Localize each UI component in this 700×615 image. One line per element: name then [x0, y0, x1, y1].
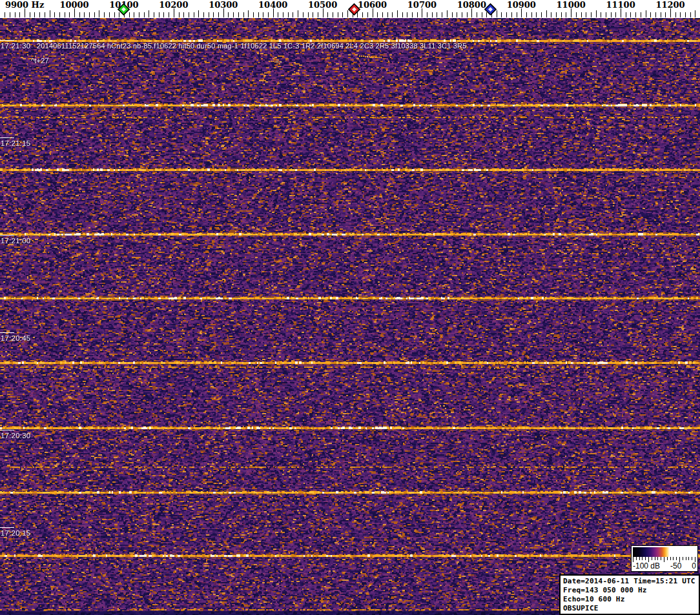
freq-tick	[422, 8, 422, 17]
freq-tick	[417, 12, 418, 17]
freq-tick	[263, 12, 263, 17]
freq-tick	[258, 12, 259, 17]
freq-tick	[606, 12, 606, 17]
scale-tick	[679, 557, 680, 562]
freq-tick	[387, 12, 388, 17]
freq-tick	[5, 12, 5, 17]
freq-tick	[506, 12, 507, 17]
freq-tick	[139, 12, 139, 17]
freq-tick	[432, 12, 433, 17]
freq-tick	[675, 12, 676, 17]
freq-tick	[50, 10, 50, 17]
freq-tick	[427, 12, 427, 17]
freq-tick	[382, 12, 383, 17]
scale-tick	[633, 557, 633, 562]
scale-tick	[670, 557, 671, 560]
freq-tick	[397, 10, 398, 17]
marker-green-diamond-icon[interactable]	[118, 3, 130, 15]
color-scale-gradient	[633, 547, 696, 557]
frequency-axis-ruler[interactable]: 9900 Hz100001010010200103001040010500106…	[0, 0, 700, 18]
freq-tick	[367, 12, 368, 17]
freq-tick	[65, 12, 65, 17]
freq-axis-label: 10600	[358, 0, 387, 10]
marker-blue-diamond-icon[interactable]	[484, 3, 497, 15]
freq-tick	[680, 12, 681, 17]
freq-tick	[218, 12, 219, 17]
freq-axis-label: 11200	[655, 0, 685, 10]
freq-tick	[670, 8, 671, 17]
freq-tick	[248, 10, 249, 17]
freq-tick	[546, 10, 547, 17]
freq-tick	[179, 12, 180, 17]
freq-tick	[442, 12, 442, 17]
scale-tick	[688, 557, 689, 560]
freq-tick	[338, 12, 338, 17]
freq-tick	[655, 12, 656, 17]
freq-tick	[437, 12, 437, 17]
time-axis-label: 17:21:15	[1, 139, 30, 147]
time-axis-label: 17:20:15	[1, 529, 30, 537]
freq-tick	[362, 12, 363, 17]
freq-tick	[531, 12, 532, 17]
freq-tick	[228, 12, 229, 17]
freq-tick	[521, 8, 522, 17]
freq-tick	[621, 8, 621, 17]
time-tick	[0, 40, 14, 41]
freq-tick	[114, 12, 115, 17]
time-tick	[0, 235, 14, 236]
freq-tick	[243, 12, 244, 17]
freq-tick	[685, 12, 686, 17]
freq-tick	[561, 12, 562, 17]
freq-tick	[635, 12, 636, 17]
scale-label-max: 0	[692, 561, 696, 570]
freq-tick	[646, 10, 646, 17]
freq-tick	[203, 12, 204, 17]
freq-tick	[223, 8, 224, 17]
freq-tick	[318, 12, 318, 17]
scale-tick	[642, 557, 643, 560]
freq-tick	[308, 12, 309, 17]
freq-tick	[25, 8, 25, 17]
freq-tick	[377, 12, 378, 17]
color-scale-ticks	[633, 557, 696, 563]
freq-tick	[233, 12, 234, 17]
freq-axis-label: 10400	[258, 0, 287, 10]
freq-tick	[462, 12, 462, 17]
freq-tick	[213, 12, 214, 17]
freq-tick	[447, 10, 448, 17]
freq-tick	[169, 12, 169, 17]
freq-tick	[650, 12, 651, 17]
freq-tick	[333, 12, 333, 17]
marker-red-diamond-icon[interactable]	[348, 3, 360, 15]
info-date-line: Date=2014-06-11 Time=15:21 UTC	[563, 577, 699, 586]
time-axis-label: 17:21:30	[1, 42, 30, 50]
freq-tick	[601, 12, 601, 17]
scale-tick	[664, 557, 664, 562]
freq-axis-label: 10500	[308, 0, 337, 10]
detection-annotation-t27: ^t+27	[31, 57, 49, 65]
freq-tick	[183, 12, 184, 17]
freq-tick	[511, 12, 512, 17]
scale-tick	[661, 557, 661, 560]
scale-tick	[657, 557, 658, 560]
freq-tick	[59, 12, 60, 17]
freq-tick	[517, 12, 517, 17]
station-info-box: Date=2014-06-11 Time=15:21 UTC Freq=143 …	[559, 574, 700, 615]
freq-tick	[526, 12, 527, 17]
freq-tick	[298, 10, 298, 17]
spectrogram-canvas[interactable]	[0, 18, 700, 615]
freq-tick	[392, 12, 393, 17]
freq-tick	[144, 12, 145, 17]
freq-tick	[99, 10, 99, 17]
freq-axis-label: 9900 Hz	[5, 0, 44, 10]
freq-tick	[30, 12, 30, 17]
freq-tick	[591, 12, 592, 17]
freq-tick	[94, 12, 95, 17]
time-axis-label: 17:20:45	[1, 334, 30, 342]
freq-tick	[189, 12, 189, 17]
freq-tick	[198, 10, 199, 17]
freq-tick	[630, 12, 631, 17]
freq-tick	[615, 12, 616, 17]
time-tick	[0, 430, 14, 430]
scale-tick	[639, 557, 640, 560]
